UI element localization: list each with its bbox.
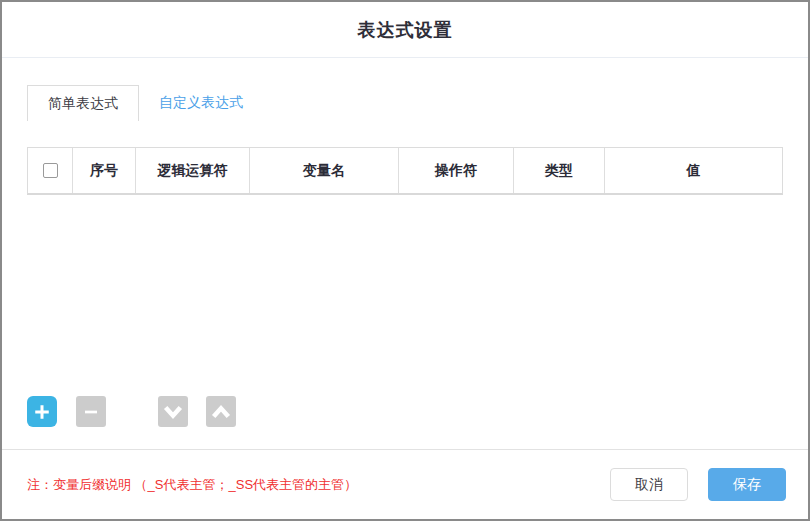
dialog-footer: 注：变量后缀说明 （_S代表主管；_SS代表主管的主管） 取消 保存 [2,449,808,519]
arrow-down-icon [162,401,184,423]
row-actions-toolbar [27,396,783,427]
tab-custom-expression-label: 自定义表达式 [159,94,243,112]
move-row-up-button[interactable] [206,396,236,427]
arrow-up-icon [210,401,232,423]
expression-settings-dialog: 表达式设置 简单表达式 自定义表达式 序号 逻辑运算符 变量名 操作符 类型 值 [0,0,810,521]
expression-table: 序号 逻辑运算符 变量名 操作符 类型 值 [27,147,783,195]
table-header-checkbox-cell [28,148,72,193]
remove-row-button[interactable] [76,396,106,427]
dialog-title: 表达式设置 [358,18,453,42]
tab-simple-expression-label: 简单表达式 [48,95,118,113]
tab-custom-expression[interactable]: 自定义表达式 [139,85,263,121]
column-header-variable-name: 变量名 [249,148,398,193]
select-all-checkbox[interactable] [43,163,58,178]
plus-icon [33,403,51,421]
save-button[interactable]: 保存 [708,468,786,501]
add-row-button[interactable] [27,396,57,427]
table-header-row: 序号 逻辑运算符 变量名 操作符 类型 值 [28,148,782,193]
minus-icon [82,403,100,421]
variable-suffix-note: 注：变量后缀说明 （_S代表主管；_SS代表主管的主管） [27,476,357,494]
dialog-content: 简单表达式 自定义表达式 序号 逻辑运算符 变量名 操作符 类型 值 [2,58,808,449]
dialog-title-bar: 表达式设置 [2,2,808,58]
cancel-button[interactable]: 取消 [610,468,688,501]
column-header-sequence: 序号 [72,148,135,193]
table-empty-body [27,195,783,396]
tab-bar: 简单表达式 自定义表达式 [27,85,783,121]
column-header-value: 值 [604,148,782,193]
column-header-type: 类型 [513,148,604,193]
column-header-operator: 操作符 [398,148,513,193]
column-header-logic-operator: 逻辑运算符 [135,148,249,193]
move-row-down-button[interactable] [158,396,188,427]
tab-simple-expression[interactable]: 简单表达式 [27,85,139,121]
